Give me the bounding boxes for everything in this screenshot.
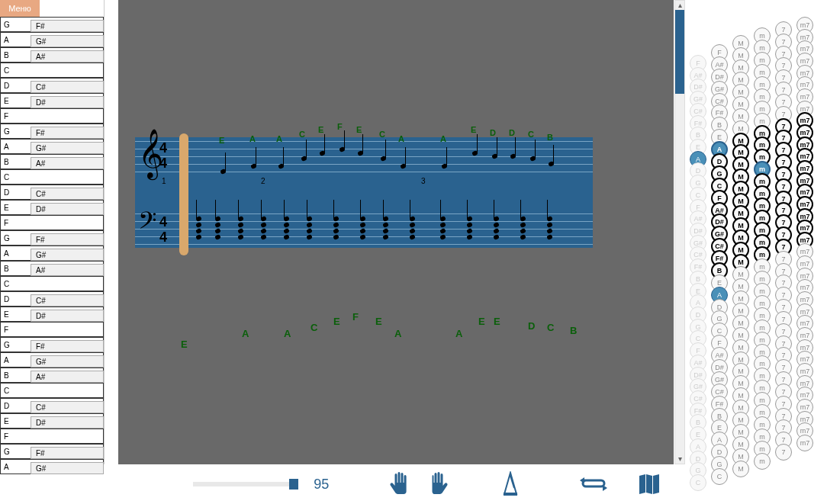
piano-black-key[interactable]: F#	[31, 20, 104, 32]
playback-toolbar: 95	[104, 464, 674, 504]
piano-white-key[interactable]: C	[0, 383, 104, 398]
note-letter: A	[249, 134, 256, 143]
note-stem	[553, 145, 554, 163]
note-stem	[467, 200, 468, 218]
note-stem	[256, 147, 256, 165]
tempo-slider[interactable]	[193, 482, 298, 486]
staff-line	[135, 156, 593, 157]
piano-white-key[interactable]: F	[0, 429, 104, 444]
note-letter-large: C	[311, 322, 317, 333]
note-letter-large: F	[352, 311, 359, 323]
piano-black-key[interactable]: A#	[31, 371, 104, 383]
note-letter: D	[509, 128, 515, 137]
piano-black-key[interactable]: A#	[31, 264, 104, 276]
accordion-chord-button[interactable]: C	[690, 474, 706, 491]
note-stem	[520, 200, 521, 218]
accordion-chord-button[interactable]: m	[754, 453, 771, 470]
note-letter-large: E	[333, 316, 340, 327]
playhead[interactable]	[179, 133, 188, 255]
right-hand-icon[interactable]	[426, 472, 448, 496]
piano-white-key[interactable]: F	[0, 322, 104, 337]
scroll-up-arrow-icon[interactable]: ▴	[675, 1, 684, 10]
timesig-bot: 4	[159, 156, 167, 170]
piano-white-key[interactable]: C	[0, 276, 104, 291]
note-stem	[383, 200, 384, 218]
note-letter: E	[318, 125, 323, 134]
piano-black-key[interactable]: C#	[31, 294, 104, 307]
accordion-chord-button[interactable]: M	[732, 461, 749, 477]
note-stem	[333, 200, 334, 218]
piano-black-key[interactable]: D#	[31, 416, 104, 429]
note-letter: A	[398, 134, 404, 143]
staff-line	[135, 172, 593, 172]
note-stem	[261, 200, 262, 218]
note-stem	[324, 134, 325, 152]
note-stem	[284, 200, 285, 218]
bar-number: 1	[162, 177, 166, 185]
piano-black-key[interactable]: G#	[31, 35, 104, 47]
map-view-icon[interactable]	[638, 473, 661, 496]
piano-black-key[interactable]: A#	[31, 157, 104, 169]
accordion-chord-button[interactable]: C	[711, 468, 728, 485]
note-stem	[535, 140, 536, 158]
svg-rect-0	[504, 493, 517, 496]
scroll-down-arrow-icon[interactable]: ▾	[675, 454, 684, 464]
note-letter: E	[471, 125, 476, 134]
staff-line	[135, 244, 593, 245]
menu-button[interactable]: Меню	[0, 0, 40, 17]
piano-black-key[interactable]: C#	[31, 188, 104, 200]
piano-black-key[interactable]: F#	[31, 127, 104, 139]
piano-black-key[interactable]: G#	[31, 142, 104, 154]
piano-black-key[interactable]: G#	[31, 355, 104, 368]
metronome-icon[interactable]	[501, 471, 520, 497]
note-stem	[306, 140, 307, 158]
scrollbar-thumb[interactable]	[675, 10, 684, 94]
piano-black-key[interactable]: D#	[31, 203, 104, 215]
piano-white-key[interactable]: F	[0, 215, 104, 230]
piano-white-key[interactable]: F	[0, 108, 104, 124]
piano-black-key[interactable]: F#	[31, 233, 104, 246]
loop-icon[interactable]	[580, 474, 607, 494]
note-letter-large: D	[528, 320, 535, 332]
piano-black-key[interactable]: D#	[31, 310, 104, 322]
note-stem	[410, 200, 410, 218]
note-letter: E	[356, 125, 362, 134]
staff-line	[135, 164, 593, 165]
piano-black-key[interactable]: C#	[31, 401, 104, 413]
note-stem	[547, 200, 548, 218]
note-letter: C	[379, 130, 385, 139]
accordion-chord-button[interactable]: m7	[796, 435, 813, 451]
note-stem	[477, 134, 478, 152]
piano-black-key[interactable]: G#	[31, 462, 104, 474]
note-stem	[344, 130, 345, 149]
note-letter-large: B	[570, 325, 577, 336]
note-letter-large: A	[242, 328, 249, 339]
piano-white-key[interactable]: C	[0, 63, 104, 78]
note-stem	[497, 137, 497, 156]
piano-black-key[interactable]: G#	[31, 249, 104, 261]
note-letter-large: C	[547, 322, 554, 333]
accordion-chord-button[interactable]: 7	[775, 444, 792, 461]
piano-black-key[interactable]: A#	[31, 50, 104, 63]
piano-black-key[interactable]: D#	[31, 96, 104, 108]
slider-thumb[interactable]	[289, 479, 298, 490]
note-letter: A	[276, 134, 282, 143]
piano-black-key[interactable]: F#	[31, 340, 104, 352]
note-letter-large: E	[478, 316, 485, 327]
timesig-top: 4	[159, 141, 167, 155]
note-letter-large: E	[181, 339, 188, 350]
note-stem	[446, 147, 447, 165]
accordion-chord-panel: FA#D#G#C#F#BEADGCFA#D#G#C#F#BEADGCFA#D#G…	[685, 0, 827, 504]
tempo-value: 95	[314, 477, 329, 493]
vertical-scrollbar[interactable]: ▴ ▾	[674, 0, 685, 464]
staff-line	[135, 141, 593, 142]
note-letter: E	[219, 136, 224, 145]
piano-black-key[interactable]: F#	[31, 447, 104, 459]
note-letter: B	[547, 133, 553, 142]
left-hand-icon[interactable]	[390, 472, 411, 496]
piano-white-key[interactable]: C	[0, 169, 104, 185]
piano-black-key[interactable]: C#	[31, 81, 104, 93]
note-stem	[515, 137, 516, 156]
note-stem	[283, 147, 284, 165]
staff-line	[135, 213, 593, 214]
